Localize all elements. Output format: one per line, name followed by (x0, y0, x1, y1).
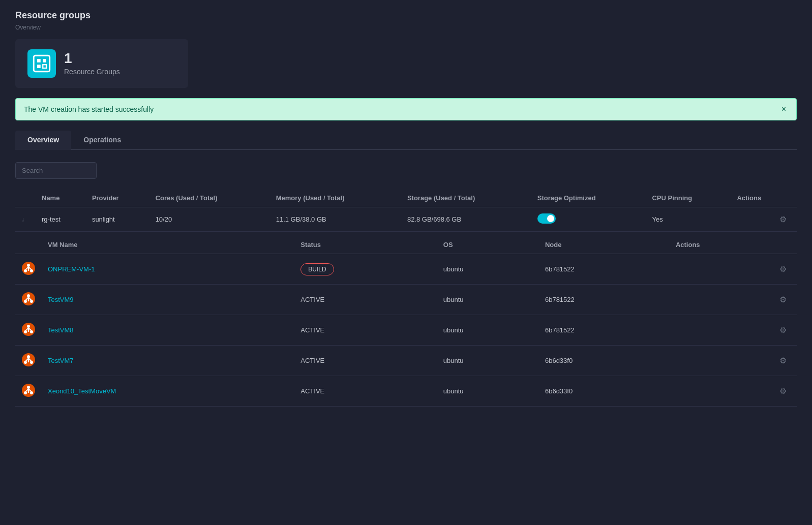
rg-info: 1 Resource Groups (64, 51, 120, 76)
vm-name-cell[interactable]: ONPREM-VM-1 (42, 254, 294, 285)
svg-point-27 (27, 355, 30, 358)
resource-group-card: 1 Resource Groups (15, 39, 188, 88)
vm-name-cell[interactable]: TestVM9 (42, 285, 294, 315)
col-cpu-pin: CPU Pinning (646, 189, 731, 207)
col-cores: Cores (Used / Total) (149, 189, 270, 207)
table-row: ↓ rg-test sunlight 10/20 11.1 GB/38.0 GB… (15, 207, 797, 232)
tab-overview[interactable]: Overview (15, 131, 71, 150)
vm-status-cell: BUILD (294, 254, 437, 285)
page-container: Resource groups Overview 1 Resource Grou… (0, 0, 812, 417)
vm-col-node: Node (539, 236, 670, 254)
svg-rect-4 (43, 65, 46, 68)
table-row: TestVM7ACTIVEubuntu6b6d33f0⚙ (15, 346, 797, 376)
col-actions: Actions (731, 189, 797, 207)
gear-icon[interactable]: ⚙ (779, 387, 787, 395)
status-active: ACTIVE (300, 387, 324, 395)
vm-table: VM Name Status OS Node Actions ONPREM-VM… (15, 236, 797, 407)
vm-actions-cell: ⚙ (670, 315, 797, 346)
gear-icon[interactable]: ⚙ (779, 265, 787, 273)
vm-col-status: Status (294, 236, 437, 254)
vm-node-cell: 6b781522 (539, 254, 670, 285)
rg-logo-icon (27, 49, 56, 78)
status-active: ACTIVE (300, 296, 324, 303)
gear-icon[interactable]: ⚙ (779, 326, 787, 334)
page-title: Resource groups (15, 10, 797, 21)
rg-storage-cell: 82.8 GB/698.6 GB (401, 207, 531, 232)
vm-name-link[interactable]: TestVM8 (48, 326, 74, 334)
rg-count: 1 (64, 51, 120, 66)
col-memory: Memory (Used / Total) (270, 189, 401, 207)
vm-name-link[interactable]: Xeond10_TestMoveVM (48, 387, 116, 395)
rg-label: Resource Groups (64, 68, 120, 76)
svg-rect-1 (37, 59, 41, 63)
status-active: ACTIVE (300, 357, 324, 364)
svg-point-34 (27, 386, 30, 389)
gear-icon[interactable]: ⚙ (779, 356, 787, 365)
vm-name-link[interactable]: TestVM9 (48, 296, 74, 303)
svg-point-20 (27, 325, 30, 328)
table-row: Xeond10_TestMoveVMACTIVEubuntu6b6d33f0⚙ (15, 376, 797, 407)
gear-icon[interactable]: ⚙ (779, 295, 787, 304)
svg-rect-2 (43, 59, 46, 63)
vm-name-cell[interactable]: TestVM7 (42, 346, 294, 376)
success-banner-close[interactable]: × (779, 105, 788, 114)
tab-operations[interactable]: Operations (71, 131, 133, 150)
chevron-down-icon: ↓ (21, 216, 24, 223)
vm-name-link[interactable]: ONPREM-VM-1 (48, 265, 95, 273)
vm-icon-cell (15, 315, 42, 346)
svg-rect-3 (37, 65, 41, 68)
vm-col-icon (15, 236, 42, 254)
vm-col-os: OS (437, 236, 539, 254)
resource-group-table: Name Provider Cores (Used / Total) Memor… (15, 189, 797, 232)
vm-status-cell: ACTIVE (294, 285, 437, 315)
col-provider: Provider (86, 189, 149, 207)
vm-table-container: VM Name Status OS Node Actions ONPREM-VM… (15, 236, 797, 407)
vm-icon-cell (15, 254, 42, 285)
rg-cpu-pin-cell: Yes (646, 207, 731, 232)
rg-memory-cell: 11.1 GB/38.0 GB (270, 207, 401, 232)
vm-os-cell: ubuntu (437, 254, 539, 285)
ubuntu-icon (21, 383, 36, 397)
table-row: TestVM9ACTIVEubuntu6b781522⚙ (15, 285, 797, 315)
vm-status-cell: ACTIVE (294, 376, 437, 407)
vm-node-cell: 6b781522 (539, 285, 670, 315)
status-badge: BUILD (300, 263, 334, 275)
ubuntu-icon (21, 261, 36, 275)
vm-os-cell: ubuntu (437, 315, 539, 346)
vm-actions-cell: ⚙ (670, 376, 797, 407)
vm-node-cell: 6b781522 (539, 315, 670, 346)
storage-optimized-toggle[interactable] (537, 213, 556, 224)
ubuntu-icon (21, 292, 36, 306)
success-banner: The VM creation has started successfully… (15, 98, 797, 120)
vm-name-link[interactable]: TestVM7 (48, 357, 74, 364)
col-storage-opt: Storage Optimized (531, 189, 646, 207)
vm-table-header-row: VM Name Status OS Node Actions (15, 236, 797, 254)
success-message: The VM creation has started successfully (24, 105, 154, 113)
svg-point-6 (27, 264, 30, 267)
vm-actions-cell: ⚙ (670, 254, 797, 285)
vm-icon-cell (15, 376, 42, 407)
tabs-container: Overview Operations (15, 131, 797, 150)
rg-storage-opt-cell (531, 207, 646, 232)
search-input[interactable] (15, 162, 97, 179)
expand-cell[interactable]: ↓ (15, 207, 36, 232)
vm-icon-cell (15, 346, 42, 376)
status-active: ACTIVE (300, 326, 324, 334)
svg-rect-0 (34, 55, 50, 72)
search-container (15, 162, 797, 179)
vm-os-cell: ubuntu (437, 285, 539, 315)
gear-icon[interactable]: ⚙ (779, 215, 787, 224)
rg-name-cell: rg-test (36, 207, 86, 232)
vm-actions-cell: ⚙ (670, 285, 797, 315)
vm-status-cell: ACTIVE (294, 315, 437, 346)
rg-cores-cell: 10/20 (149, 207, 270, 232)
vm-name-cell[interactable]: TestVM8 (42, 315, 294, 346)
vm-name-cell[interactable]: Xeond10_TestMoveVM (42, 376, 294, 407)
vm-col-actions: Actions (670, 236, 797, 254)
col-storage: Storage (Used / Total) (401, 189, 531, 207)
ubuntu-icon (21, 353, 36, 367)
vm-os-cell: ubuntu (437, 346, 539, 376)
table-row: ONPREM-VM-1BUILDubuntu6b781522⚙ (15, 254, 797, 285)
svg-point-13 (27, 294, 30, 297)
col-expand (15, 189, 36, 207)
